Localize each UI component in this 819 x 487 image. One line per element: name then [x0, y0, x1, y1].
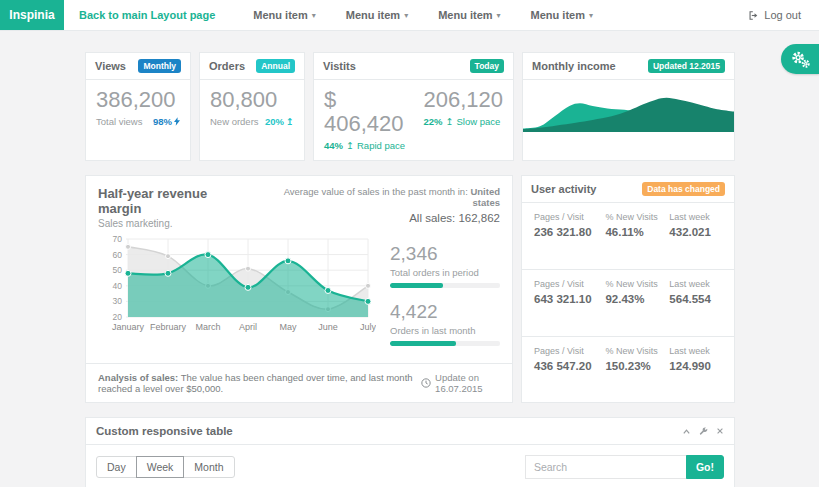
orders-card: Orders Annual 80,800 New orders 20% ↥: [199, 52, 305, 161]
period-filter-group: Day Week Month: [96, 456, 235, 478]
last-week-value: 432.021: [669, 226, 722, 238]
pages-visit-label: Pages / Visit: [534, 279, 605, 289]
pages-visit-value: 236 321.80: [534, 226, 605, 238]
page-content: Views Monthly 386,200 Total views 98% Or…: [0, 31, 819, 487]
user-activity-panel: User activity Data has changed Pages / V…: [521, 175, 735, 403]
orders-period-label: Total orders in period: [390, 267, 500, 278]
views-card: Views Monthly 386,200 Total views 98%: [85, 52, 191, 161]
monthly-income-title: Monthly income: [532, 60, 616, 72]
data-changed-badge: Data has changed: [642, 182, 725, 196]
vistits-note-2: Slow pace: [456, 116, 500, 127]
revenue-footer: Analysis of sales: The value has been ch…: [86, 363, 512, 402]
last-week-value: 124.990: [669, 360, 722, 372]
table-row-container: Custom responsive table Day Week: [85, 417, 735, 487]
views-value: 386,200: [96, 88, 180, 112]
svg-text:March: March: [195, 322, 220, 332]
views-card-body: 386,200 Total views 98%: [86, 80, 190, 136]
orders-label: New orders: [210, 116, 259, 127]
revenue-stats: 2,346 Total orders in period 4,422 Order…: [390, 233, 500, 359]
nav-spacer: [623, 0, 748, 30]
monthly-income-chart: [523, 80, 734, 132]
svg-text:70: 70: [113, 234, 123, 244]
orders-card-title: Orders: [209, 60, 245, 72]
back-to-layout-link[interactable]: Back to main Layout page: [79, 0, 215, 30]
last-week-label: Last week: [669, 212, 722, 222]
stat-cards-row: Views Monthly 386,200 Total views 98% Or…: [85, 52, 735, 161]
caret-down-icon: ▾: [497, 11, 501, 20]
level-up-icon: ↥: [445, 116, 453, 127]
top-navbar: Inspinia Back to main Layout page Menu i…: [0, 0, 819, 31]
views-label: Total views: [96, 116, 142, 127]
menu-item-1[interactable]: Menu item ▾: [253, 0, 315, 30]
orders-period-value: 2,346: [390, 243, 500, 265]
brand-logo[interactable]: Inspinia: [0, 0, 64, 30]
svg-text:20: 20: [113, 312, 123, 322]
menu-item-label: Menu item: [253, 9, 307, 21]
level-up-icon: ↥: [346, 140, 354, 151]
views-delta: 98%: [153, 116, 172, 127]
vistits-card-header: Vistits Today: [314, 53, 513, 80]
caret-down-icon: ▾: [589, 11, 593, 20]
caret-down-icon: ▾: [312, 11, 316, 20]
vistits-note-1: Rapid pace: [357, 140, 405, 151]
vistits-value-1: $ 406,420: [324, 88, 405, 136]
vistits-card: Vistits Today $ 406,420 44% ↥ Rapid pace…: [313, 52, 514, 161]
monthly-income-header: Monthly income Updated 12.2015: [523, 53, 734, 80]
search-go-button[interactable]: Go!: [686, 455, 724, 479]
theme-settings-button[interactable]: [781, 44, 819, 74]
week-filter-button[interactable]: Week: [136, 456, 185, 478]
close-icon[interactable]: [716, 427, 724, 435]
month-filter-button[interactable]: Month: [183, 456, 234, 478]
svg-text:60: 60: [113, 250, 123, 260]
responsive-table-panel: Custom responsive table Day Week: [85, 417, 735, 487]
orders-month-label: Orders in last month: [390, 325, 500, 336]
monthly-income-card: Monthly income Updated 12.2015: [522, 52, 735, 161]
pages-visit-label: Pages / Visit: [534, 346, 605, 356]
new-visits-label: % New Visits: [605, 279, 669, 289]
revenue-chart-row: 203040506070JanuaryFebruaryMarchAprilMay…: [86, 229, 512, 359]
middle-row: Half-year revenue margin Sales marketing…: [85, 175, 735, 403]
user-activity-row: Pages / Visit % New Visits Last week 436…: [522, 337, 734, 403]
menu-item-label: Menu item: [531, 9, 585, 21]
views-card-title: Views: [95, 60, 126, 72]
menu-item-label: Menu item: [346, 9, 400, 21]
user-activity-title: User activity: [531, 183, 596, 195]
svg-text:30: 30: [113, 297, 123, 307]
menu-item-3[interactable]: Menu item ▾: [438, 0, 500, 30]
views-card-header: Views Monthly: [86, 53, 190, 80]
vistits-card-title: Vistits: [323, 60, 356, 72]
vistits-stat-1: $ 406,420 44% ↥ Rapid pace: [324, 88, 405, 151]
all-sales-value: All sales: 162,862: [254, 212, 500, 224]
search-input[interactable]: [525, 455, 687, 479]
pages-visit-value: 643 321.10: [534, 293, 605, 305]
revenue-header: Half-year revenue margin Sales marketing…: [86, 176, 512, 229]
collapse-icon[interactable]: [682, 427, 691, 436]
day-filter-button[interactable]: Day: [96, 456, 137, 478]
revenue-title: Half-year revenue margin: [98, 186, 254, 216]
sign-out-icon: [748, 10, 759, 21]
svg-text:June: June: [318, 322, 338, 332]
revenue-subtitle: Sales marketing.: [98, 218, 254, 229]
caret-down-icon: ▾: [404, 11, 408, 20]
avg-sales-label: Average value of sales in the past month…: [284, 186, 468, 197]
orders-month-progress: [390, 341, 500, 346]
orders-card-header: Orders Annual: [200, 53, 304, 80]
monthly-badge: Monthly: [138, 59, 181, 73]
table-panel-header: Custom responsive table: [86, 418, 734, 445]
svg-text:May: May: [279, 322, 297, 332]
wrench-icon[interactable]: [699, 427, 708, 436]
svg-text:February: February: [150, 322, 187, 332]
pages-visit-label: Pages / Visit: [534, 212, 605, 222]
menu-item-4[interactable]: Menu item ▾: [531, 0, 593, 30]
revenue-area-chart: 203040506070JanuaryFebruaryMarchAprilMay…: [98, 233, 376, 337]
svg-text:40: 40: [113, 281, 123, 291]
user-activity-row: Pages / Visit % New Visits Last week 236…: [522, 203, 734, 270]
new-visits-value: 46.11%: [605, 226, 669, 238]
logout-button[interactable]: Log out: [748, 0, 801, 30]
menu-item-label: Menu item: [438, 9, 492, 21]
svg-text:April: April: [239, 322, 257, 332]
orders-value: 80,800: [210, 88, 294, 112]
menu-item-2[interactable]: Menu item ▾: [346, 0, 408, 30]
analysis-label: Analysis of sales:: [98, 372, 178, 383]
orders-month-value: 4,422: [390, 301, 500, 323]
